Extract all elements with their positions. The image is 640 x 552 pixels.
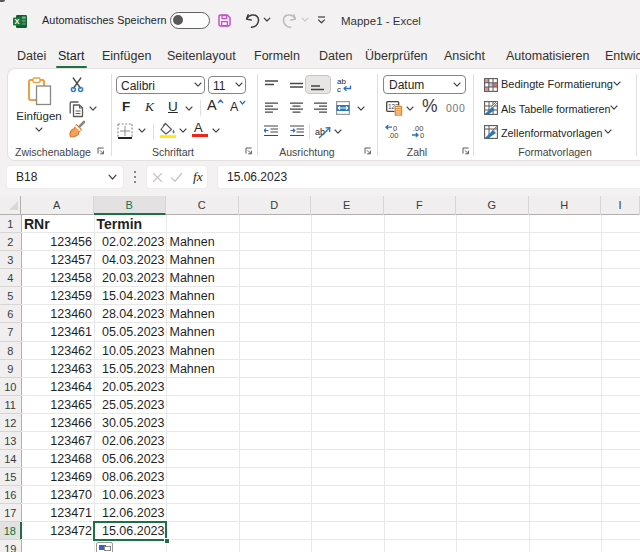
svg-text:X: X: [14, 17, 19, 26]
svg-text:0: 0: [420, 131, 424, 139]
svg-text:ab: ab: [315, 127, 325, 137]
svg-text:c: c: [337, 85, 341, 93]
svg-text:.00: .00: [388, 131, 398, 139]
